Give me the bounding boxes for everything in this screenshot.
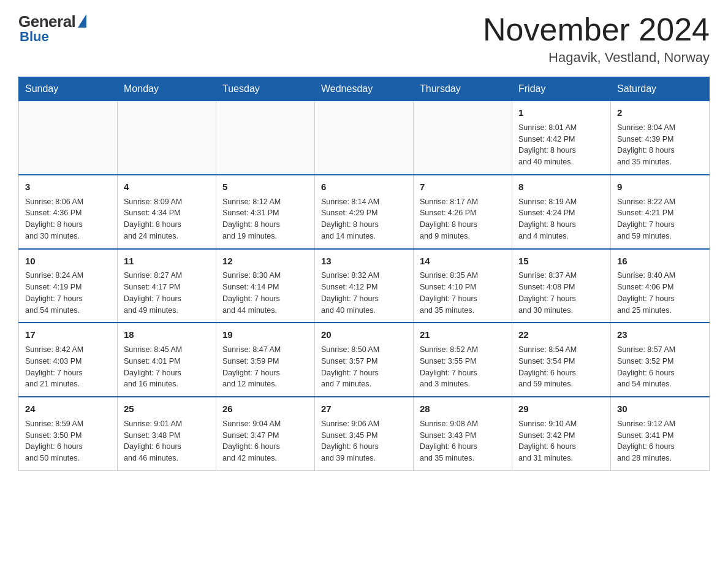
day-number: 15 [518, 255, 604, 268]
day-info: Sunrise: 8:59 AM Sunset: 3:50 PM Dayligh… [25, 418, 111, 464]
weekday-header-thursday: Thursday [414, 77, 512, 101]
day-info: Sunrise: 8:54 AM Sunset: 3:54 PM Dayligh… [518, 344, 604, 390]
day-number: 17 [25, 328, 111, 342]
calendar-cell: 23Sunrise: 8:57 AM Sunset: 3:52 PM Dayli… [611, 323, 710, 397]
day-number: 2 [617, 106, 703, 120]
calendar-cell [118, 101, 216, 175]
calendar-cell: 18Sunrise: 8:45 AM Sunset: 4:01 PM Dayli… [118, 323, 216, 397]
day-number: 11 [124, 255, 210, 268]
day-info: Sunrise: 8:40 AM Sunset: 4:06 PM Dayligh… [617, 270, 703, 316]
page-header: General Blue November 2024 Hagavik, Vest… [18, 12, 710, 66]
day-info: Sunrise: 8:30 AM Sunset: 4:14 PM Dayligh… [222, 270, 308, 316]
day-info: Sunrise: 8:24 AM Sunset: 4:19 PM Dayligh… [25, 270, 111, 316]
calendar-cell: 2Sunrise: 8:04 AM Sunset: 4:39 PM Daylig… [611, 101, 710, 175]
day-info: Sunrise: 8:22 AM Sunset: 4:21 PM Dayligh… [617, 196, 703, 242]
day-number: 30 [617, 402, 703, 416]
day-info: Sunrise: 8:32 AM Sunset: 4:12 PM Dayligh… [321, 270, 407, 316]
calendar-cell: 28Sunrise: 9:08 AM Sunset: 3:43 PM Dayli… [414, 397, 512, 470]
calendar-cell: 17Sunrise: 8:42 AM Sunset: 4:03 PM Dayli… [19, 323, 118, 397]
calendar-cell: 22Sunrise: 8:54 AM Sunset: 3:54 PM Dayli… [512, 323, 611, 397]
calendar-cell: 3Sunrise: 8:06 AM Sunset: 4:36 PM Daylig… [19, 175, 118, 249]
logo-blue-text: Blue [20, 29, 49, 45]
logo-triangle-icon [78, 14, 86, 28]
calendar-week-1: 1Sunrise: 8:01 AM Sunset: 4:42 PM Daylig… [19, 101, 710, 175]
calendar-cell: 16Sunrise: 8:40 AM Sunset: 4:06 PM Dayli… [611, 249, 710, 323]
weekday-header-tuesday: Tuesday [216, 77, 315, 101]
day-number: 7 [420, 180, 506, 194]
logo: General Blue [18, 12, 86, 45]
day-number: 21 [420, 328, 506, 342]
day-info: Sunrise: 8:14 AM Sunset: 4:29 PM Dayligh… [321, 196, 407, 242]
calendar-cell: 15Sunrise: 8:37 AM Sunset: 4:08 PM Dayli… [512, 249, 611, 323]
calendar-cell [216, 101, 315, 175]
day-info: Sunrise: 8:45 AM Sunset: 4:01 PM Dayligh… [124, 344, 210, 390]
calendar-cell: 13Sunrise: 8:32 AM Sunset: 4:12 PM Dayli… [315, 249, 414, 323]
day-info: Sunrise: 9:01 AM Sunset: 3:48 PM Dayligh… [124, 418, 210, 464]
calendar-week-5: 24Sunrise: 8:59 AM Sunset: 3:50 PM Dayli… [19, 397, 710, 470]
day-number: 13 [321, 255, 407, 268]
day-number: 3 [25, 180, 111, 194]
calendar-cell: 30Sunrise: 9:12 AM Sunset: 3:41 PM Dayli… [611, 397, 710, 470]
day-number: 8 [518, 180, 604, 194]
weekday-header-sunday: Sunday [19, 77, 118, 101]
calendar-cell: 5Sunrise: 8:12 AM Sunset: 4:31 PM Daylig… [216, 175, 315, 249]
day-info: Sunrise: 8:01 AM Sunset: 4:42 PM Dayligh… [518, 122, 604, 168]
day-number: 12 [222, 255, 308, 268]
day-info: Sunrise: 8:50 AM Sunset: 3:57 PM Dayligh… [321, 344, 407, 390]
weekday-header-saturday: Saturday [611, 77, 710, 101]
day-info: Sunrise: 8:47 AM Sunset: 3:59 PM Dayligh… [222, 344, 308, 390]
day-info: Sunrise: 8:37 AM Sunset: 4:08 PM Dayligh… [518, 270, 604, 316]
calendar-cell [19, 101, 118, 175]
calendar-cell: 10Sunrise: 8:24 AM Sunset: 4:19 PM Dayli… [19, 249, 118, 323]
day-info: Sunrise: 8:09 AM Sunset: 4:34 PM Dayligh… [124, 196, 210, 242]
day-number: 28 [420, 402, 506, 416]
calendar-cell: 25Sunrise: 9:01 AM Sunset: 3:48 PM Dayli… [118, 397, 216, 470]
calendar-cell: 4Sunrise: 8:09 AM Sunset: 4:34 PM Daylig… [118, 175, 216, 249]
day-number: 19 [222, 328, 308, 342]
calendar-cell: 1Sunrise: 8:01 AM Sunset: 4:42 PM Daylig… [512, 101, 611, 175]
month-title: November 2024 [483, 12, 710, 47]
calendar-cell: 12Sunrise: 8:30 AM Sunset: 4:14 PM Dayli… [216, 249, 315, 323]
calendar-cell: 7Sunrise: 8:17 AM Sunset: 4:26 PM Daylig… [414, 175, 512, 249]
day-info: Sunrise: 8:35 AM Sunset: 4:10 PM Dayligh… [420, 270, 506, 316]
title-block: November 2024 Hagavik, Vestland, Norway [483, 12, 710, 66]
day-number: 29 [518, 402, 604, 416]
calendar-cell: 27Sunrise: 9:06 AM Sunset: 3:45 PM Dayli… [315, 397, 414, 470]
day-info: Sunrise: 9:04 AM Sunset: 3:47 PM Dayligh… [222, 418, 308, 464]
day-info: Sunrise: 8:06 AM Sunset: 4:36 PM Dayligh… [25, 196, 111, 242]
day-number: 5 [222, 180, 308, 194]
calendar-cell: 8Sunrise: 8:19 AM Sunset: 4:24 PM Daylig… [512, 175, 611, 249]
day-number: 22 [518, 328, 604, 342]
calendar-week-2: 3Sunrise: 8:06 AM Sunset: 4:36 PM Daylig… [19, 175, 710, 249]
day-info: Sunrise: 8:52 AM Sunset: 3:55 PM Dayligh… [420, 344, 506, 390]
calendar-table: SundayMondayTuesdayWednesdayThursdayFrid… [18, 77, 710, 471]
day-info: Sunrise: 8:12 AM Sunset: 4:31 PM Dayligh… [222, 196, 308, 242]
day-number: 10 [25, 255, 111, 268]
day-number: 18 [124, 328, 210, 342]
calendar-cell: 26Sunrise: 9:04 AM Sunset: 3:47 PM Dayli… [216, 397, 315, 470]
calendar-cell: 9Sunrise: 8:22 AM Sunset: 4:21 PM Daylig… [611, 175, 710, 249]
day-info: Sunrise: 9:08 AM Sunset: 3:43 PM Dayligh… [420, 418, 506, 464]
day-number: 20 [321, 328, 407, 342]
day-info: Sunrise: 9:10 AM Sunset: 3:42 PM Dayligh… [518, 418, 604, 464]
day-info: Sunrise: 9:06 AM Sunset: 3:45 PM Dayligh… [321, 418, 407, 464]
calendar-cell: 11Sunrise: 8:27 AM Sunset: 4:17 PM Dayli… [118, 249, 216, 323]
day-info: Sunrise: 8:57 AM Sunset: 3:52 PM Dayligh… [617, 344, 703, 390]
calendar-cell [315, 101, 414, 175]
calendar-cell: 20Sunrise: 8:50 AM Sunset: 3:57 PM Dayli… [315, 323, 414, 397]
day-number: 26 [222, 402, 308, 416]
day-number: 4 [124, 180, 210, 194]
weekday-header-friday: Friday [512, 77, 611, 101]
weekday-header-wednesday: Wednesday [315, 77, 414, 101]
calendar-cell: 29Sunrise: 9:10 AM Sunset: 3:42 PM Dayli… [512, 397, 611, 470]
day-number: 24 [25, 402, 111, 416]
day-info: Sunrise: 9:12 AM Sunset: 3:41 PM Dayligh… [617, 418, 703, 464]
day-number: 1 [518, 106, 604, 120]
calendar-week-4: 17Sunrise: 8:42 AM Sunset: 4:03 PM Dayli… [19, 323, 710, 397]
day-number: 25 [124, 402, 210, 416]
day-info: Sunrise: 8:04 AM Sunset: 4:39 PM Dayligh… [617, 122, 703, 168]
day-info: Sunrise: 8:42 AM Sunset: 4:03 PM Dayligh… [25, 344, 111, 390]
day-number: 9 [617, 180, 703, 194]
day-number: 6 [321, 180, 407, 194]
calendar-cell: 19Sunrise: 8:47 AM Sunset: 3:59 PM Dayli… [216, 323, 315, 397]
